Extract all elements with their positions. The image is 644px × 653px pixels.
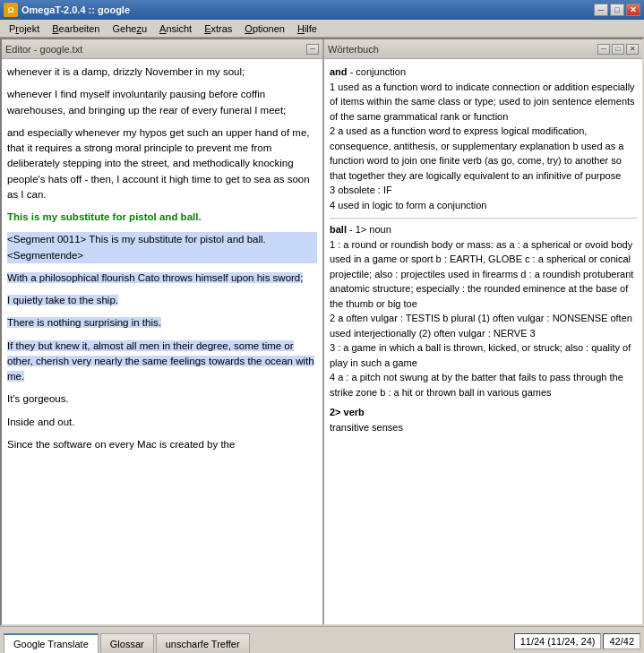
- title-bar: Ω OmegaT-2.0.4 :: google ─ □ ✕: [0, 0, 644, 20]
- segment-tag-close: <Segmentende>: [7, 250, 83, 261]
- dict-def-ball-verb: 2> verb: [330, 405, 637, 420]
- para-1-text: whenever it is a damp, drizzly November …: [7, 66, 245, 77]
- main-container: Editor - google.txt ─ whenever it is a d…: [0, 38, 644, 626]
- status-position: 11/24 (11/24, 24): [514, 633, 602, 649]
- para-5-text: With a philosophical flourish Cato throw…: [7, 272, 303, 283]
- para-8-text: If they but knew it, almost all men in t…: [7, 340, 314, 382]
- title-bar-controls: ─ □ ✕: [594, 4, 640, 16]
- dictionary-content[interactable]: and - conjunction 1 used as a function w…: [324, 59, 642, 624]
- tabs-left: Google Translate Glossar unscharfe Treff…: [4, 633, 250, 653]
- menu-optionen[interactable]: Optionen: [239, 21, 290, 37]
- menu-ansicht[interactable]: Ansicht: [154, 21, 197, 37]
- menu-gehe-zu[interactable]: Gehe zu: [107, 21, 152, 37]
- menu-bar: Projekt Bearbeiten Gehe zu Ansicht Extra…: [0, 20, 644, 38]
- dict-def-ball-1: 1 : a round or roundish body or mass: as…: [330, 237, 637, 312]
- para-5: With a philosophical flourish Cato throw…: [7, 271, 317, 286]
- dict-maximize-button[interactable]: □: [612, 44, 624, 55]
- dict-word-and-label: and: [330, 66, 348, 77]
- dict-entry-ball: ball - 1> noun 1 : a round or roundish b…: [330, 222, 637, 434]
- tab-glossar[interactable]: Glossar: [100, 633, 154, 653]
- dict-pos-ball: - 1> noun: [349, 224, 391, 235]
- tab-google-translate[interactable]: Google Translate: [4, 633, 99, 653]
- tab-unscharfe-treffer[interactable]: unscharfe Treffer: [156, 633, 250, 653]
- dictionary-pane: Wörterbuch ─ □ ✕ and - conjunction 1 use…: [324, 39, 642, 624]
- dict-def-ball-transitive: transitive senses: [330, 420, 637, 435]
- dict-def-ball-3: 3 : a game in which a ball is thrown, ki…: [330, 340, 637, 370]
- dictionary-header: Wörterbuch ─ □ ✕: [324, 39, 642, 59]
- dict-entry-and: and - conjunction 1 used as a function w…: [330, 64, 637, 212]
- segment-tag-open: <Segment 0011>: [7, 234, 86, 245]
- editor-minimize-button[interactable]: ─: [306, 44, 319, 55]
- status-bar: 11/24 (11/24, 24) 42/42: [514, 633, 640, 653]
- tab-google-translate-label: Google Translate: [13, 639, 89, 649]
- para-3: and especially whenever my hypos get suc…: [7, 125, 317, 202]
- para-2-text: whenever I find myself involuntarily pau…: [7, 89, 286, 115]
- dict-def-and-2: 2 a used as a function word to express l…: [330, 124, 637, 183]
- menu-extras[interactable]: Extras: [199, 21, 237, 37]
- para-6-text: I quietly take to the ship.: [7, 295, 118, 305]
- app-icon: Ω: [4, 3, 18, 17]
- para-6: I quietly take to the ship.: [7, 293, 317, 308]
- para-7: There is nothing surprising in this.: [7, 315, 317, 331]
- para-2: whenever I find myself involuntarily pau…: [7, 87, 317, 118]
- dict-separator-1: [330, 218, 637, 219]
- editor-content[interactable]: whenever it is a damp, drizzly November …: [2, 59, 322, 624]
- dict-close-button[interactable]: ✕: [626, 44, 639, 55]
- dict-def-and-1: 1 used as a function word to indicate co…: [330, 80, 637, 125]
- menu-hilfe[interactable]: Hilfe: [292, 21, 322, 37]
- para-10-text: Inside and out.: [7, 417, 74, 427]
- editor-title: Editor - google.txt: [5, 44, 82, 55]
- title-bar-left: Ω OmegaT-2.0.4 :: google: [4, 3, 130, 17]
- dict-word-ball-label: ball: [330, 224, 347, 235]
- bottom-bar: Google Translate Glossar unscharfe Treff…: [0, 626, 644, 653]
- minimize-button[interactable]: ─: [594, 4, 608, 16]
- dict-word-ball: ball - 1> noun: [330, 222, 637, 237]
- para-10: Inside and out.: [7, 415, 317, 430]
- editor-pane: Editor - google.txt ─ whenever it is a d…: [2, 39, 324, 624]
- dict-def-and-3: 3 obsolete : IF: [330, 183, 637, 198]
- tab-glossar-label: Glossar: [110, 639, 144, 649]
- maximize-button[interactable]: □: [610, 4, 624, 16]
- para-1: whenever it is a damp, drizzly November …: [7, 64, 317, 80]
- para-11-text: Since the software on every Mac is creat…: [7, 439, 235, 450]
- tab-unscharfe-treffer-label: unscharfe Treffer: [166, 639, 240, 649]
- para-9-text: It's gorgeous.: [7, 393, 69, 404]
- menu-projekt[interactable]: Projekt: [4, 21, 45, 37]
- title-bar-title: OmegaT-2.0.4 :: google: [21, 4, 130, 15]
- dictionary-header-controls: ─ □ ✕: [597, 44, 639, 55]
- close-button[interactable]: ✕: [626, 4, 640, 16]
- para-3-text: and especially whenever my hypos get suc…: [7, 127, 310, 200]
- para-9: It's gorgeous.: [7, 391, 317, 407]
- menu-bearbeiten[interactable]: Bearbeiten: [47, 21, 105, 37]
- dict-minimize-button[interactable]: ─: [597, 44, 610, 55]
- status-total: 42/42: [603, 633, 640, 649]
- dict-ball-2verb-label: 2> verb: [330, 407, 365, 417]
- para-11: Since the software on every Mac is creat…: [7, 437, 317, 452]
- dictionary-title: Wörterbuch: [328, 44, 379, 55]
- dict-def-and-4: 4 used in logic to form a conjunction: [330, 198, 637, 213]
- segment-bold-text: This is my substitute for pistol and bal…: [7, 211, 202, 222]
- dict-pos-and: - conjunction: [350, 66, 406, 77]
- dict-def-ball-2: 2 a often vulgar : TESTIS b plural (1) o…: [330, 311, 637, 340]
- dict-def-ball-4: 4 a : a pitch not swung at by the batter…: [330, 370, 637, 400]
- para-7-text: There is nothing surprising in this.: [7, 317, 161, 328]
- dict-word-and: and - conjunction: [330, 64, 637, 80]
- para-4-segment: <Segment 0011> This is my substitute for…: [7, 232, 317, 263]
- editor-header: Editor - google.txt ─: [2, 39, 322, 59]
- para-8: If they but knew it, almost all men in t…: [7, 339, 317, 385]
- editor-header-controls: ─: [306, 44, 319, 55]
- para-4-bold: This is my substitute for pistol and bal…: [7, 210, 317, 225]
- segment-text: This is my substitute for pistol and bal…: [89, 234, 266, 245]
